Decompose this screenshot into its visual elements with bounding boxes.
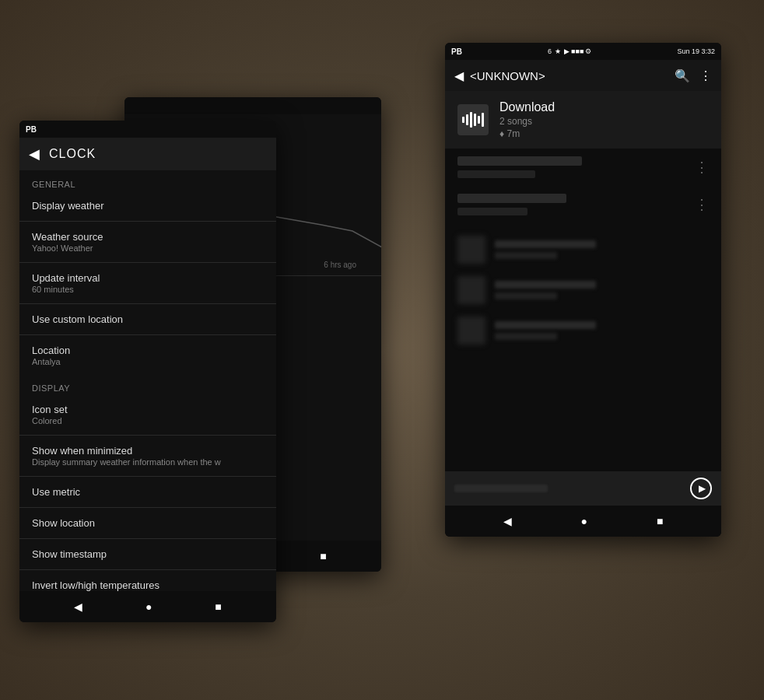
music-nav-home[interactable]: ● bbox=[581, 515, 587, 527]
show-timestamp-item[interactable]: Show timestamp bbox=[19, 541, 276, 568]
music-screen: PB 6 ★ ▶ ■■■ ⚙ Sun 19 3:32 ◀ <UNKNOWN> 🔍… bbox=[445, 43, 721, 537]
blurred-thumb-2 bbox=[457, 276, 485, 304]
bar3 bbox=[470, 112, 472, 128]
blurred-text-1 bbox=[495, 240, 709, 259]
update-interval-title: Update interval bbox=[32, 272, 264, 284]
display-weather-title: Display weather bbox=[32, 200, 264, 212]
clock-screen-title: CLOCK bbox=[49, 147, 96, 161]
music-blurred-rows bbox=[445, 223, 721, 357]
waveform-bars bbox=[462, 112, 484, 128]
divider-6 bbox=[19, 476, 276, 477]
clock-back-button[interactable]: ◀ bbox=[29, 145, 40, 163]
show-when-minimized-item[interactable]: Show when minimized Display summary weat… bbox=[19, 437, 276, 474]
play-button[interactable]: ▶ bbox=[690, 478, 712, 499]
blurred-row-3 bbox=[445, 310, 721, 351]
update-interval-item[interactable]: Update interval 60 minutes bbox=[19, 264, 276, 302]
signal-icon: ■■■ bbox=[571, 47, 584, 55]
blurred-line-3a bbox=[495, 321, 596, 329]
clock-status-bar: PB bbox=[19, 121, 276, 138]
download-duration: ♦ 7m bbox=[499, 128, 709, 139]
update-interval-subtitle: 60 minutes bbox=[32, 285, 264, 294]
location-subtitle: Antalya bbox=[32, 357, 264, 366]
clock-nav-square[interactable]: ■ bbox=[215, 600, 221, 613]
divider-1 bbox=[19, 221, 276, 222]
music-header: ◀ <UNKNOWN> 🔍 ⋮ bbox=[445, 60, 721, 91]
waveform-icon bbox=[457, 104, 489, 135]
now-playing-title bbox=[454, 485, 548, 492]
divider-4 bbox=[19, 334, 276, 335]
blurred-text-2 bbox=[495, 281, 709, 299]
play-arrow-icon: ▶ bbox=[699, 483, 706, 494]
divider-5 bbox=[19, 435, 276, 436]
star-icon: ★ bbox=[555, 47, 561, 55]
music-item-info-1 bbox=[457, 156, 695, 178]
use-custom-location-item[interactable]: Use custom location bbox=[19, 306, 276, 333]
now-playing-bar: ▶ bbox=[445, 471, 721, 506]
bar2 bbox=[466, 114, 468, 125]
music-nav-back[interactable]: ◀ bbox=[503, 515, 512, 527]
music-item-title-1 bbox=[457, 156, 582, 166]
show-when-minimized-title: Show when minimized bbox=[32, 445, 264, 457]
music-item-menu-1[interactable]: ⋮ bbox=[695, 159, 709, 176]
music-back-button[interactable]: ◀ bbox=[454, 68, 464, 83]
clock-nav-back[interactable]: ◀ bbox=[74, 600, 82, 613]
blurred-line-2a bbox=[495, 281, 596, 289]
bar4 bbox=[474, 114, 476, 126]
pb-label-clock: PB bbox=[26, 125, 37, 134]
wifi-icon: ▶ bbox=[564, 47, 569, 55]
music-nav-square[interactable]: ■ bbox=[657, 515, 663, 527]
clock-screen: PB ◀ CLOCK GENERAL Display weather Weath… bbox=[19, 121, 276, 622]
pb-label-music: PB bbox=[451, 47, 462, 56]
music-status-icons: 6 ★ ▶ ■■■ ⚙ bbox=[548, 47, 591, 55]
blurred-row-2 bbox=[445, 270, 721, 310]
music-time: Sun 19 3:32 bbox=[677, 47, 715, 55]
download-info: Download 2 songs ♦ 7m bbox=[499, 100, 709, 139]
blurred-row-1 bbox=[445, 229, 721, 270]
music-item-menu-2[interactable]: ⋮ bbox=[695, 196, 709, 213]
music-item-title-2 bbox=[457, 194, 566, 203]
music-list-item-2: ⋮ bbox=[445, 186, 721, 223]
location-item[interactable]: Location Antalya bbox=[19, 337, 276, 374]
clock-nav-home[interactable]: ● bbox=[145, 600, 152, 613]
blurred-line-3b bbox=[495, 333, 557, 340]
show-timestamp-title: Show timestamp bbox=[32, 548, 264, 560]
blurred-line-1b bbox=[495, 252, 557, 259]
location-title: Location bbox=[32, 345, 264, 356]
divider-2 bbox=[19, 262, 276, 263]
show-location-item[interactable]: Show location bbox=[19, 509, 276, 537]
blurred-text-3 bbox=[495, 321, 709, 340]
show-when-minimized-subtitle: Display summary weather information when… bbox=[32, 457, 264, 467]
show-location-title: Show location bbox=[32, 517, 264, 529]
general-section-label: GENERAL bbox=[19, 170, 276, 192]
weather-source-item[interactable]: Weather source Yahoo! Weather bbox=[19, 223, 276, 261]
clock-nav-bar: ◀ ● ■ bbox=[19, 591, 276, 622]
divider-3 bbox=[19, 303, 276, 304]
download-title: Download bbox=[499, 100, 709, 114]
music-list-item-1: ⋮ bbox=[445, 149, 721, 186]
bar6 bbox=[482, 113, 484, 127]
music-screen-title: <UNKNOWN> bbox=[470, 69, 545, 82]
blurred-thumb-3 bbox=[457, 317, 485, 345]
music-search-icon[interactable]: 🔍 bbox=[675, 68, 690, 83]
weather-source-title: Weather source bbox=[32, 231, 264, 243]
bar5 bbox=[478, 116, 480, 124]
icon-set-item[interactable]: Icon set Colored bbox=[19, 396, 276, 433]
use-custom-location-title: Use custom location bbox=[32, 313, 264, 325]
bar1 bbox=[462, 117, 464, 123]
download-row: Download 2 songs ♦ 7m bbox=[445, 91, 721, 149]
divider-9 bbox=[19, 569, 276, 570]
display-section-label: DISPLAY bbox=[19, 374, 276, 396]
battery-icon-music: 6 bbox=[548, 47, 552, 55]
use-metric-title: Use metric bbox=[32, 486, 264, 498]
music-header-left: ◀ <UNKNOWN> bbox=[454, 68, 545, 83]
icon-set-subtitle: Colored bbox=[32, 416, 264, 425]
display-weather-item[interactable]: Display weather bbox=[19, 192, 276, 219]
clock-header: ◀ CLOCK bbox=[19, 138, 276, 170]
battery-nav-square[interactable]: ■ bbox=[320, 550, 326, 562]
music-header-right: 🔍 ⋮ bbox=[675, 68, 712, 83]
blurred-line-2b bbox=[495, 292, 557, 299]
invert-temps-title: Invert low/high temperatures bbox=[32, 579, 264, 591]
use-metric-item[interactable]: Use metric bbox=[19, 478, 276, 506]
music-nav-bar: ◀ ● ■ bbox=[445, 506, 721, 537]
music-menu-icon[interactable]: ⋮ bbox=[699, 68, 712, 83]
